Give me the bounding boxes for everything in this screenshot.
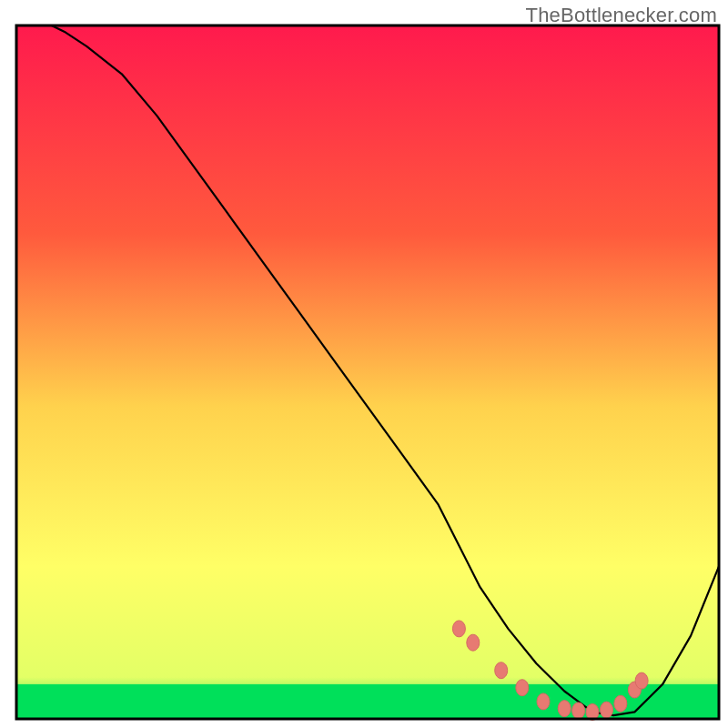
curve-marker [614,695,627,712]
curve-marker [635,672,648,689]
curve-marker [516,680,529,696]
curve-marker [572,703,585,719]
curve-marker [495,662,508,679]
watermark-text: TheBottlenecker.com [526,4,717,27]
chart-background [16,25,719,719]
curve-marker [537,693,550,710]
chart-svg [0,0,728,728]
bottleneck-chart: TheBottlenecker.com [0,0,728,728]
curve-marker [467,634,480,651]
curve-marker [601,702,613,718]
curve-marker [558,701,571,717]
optimal-band [16,684,719,719]
curve-marker [452,621,465,637]
